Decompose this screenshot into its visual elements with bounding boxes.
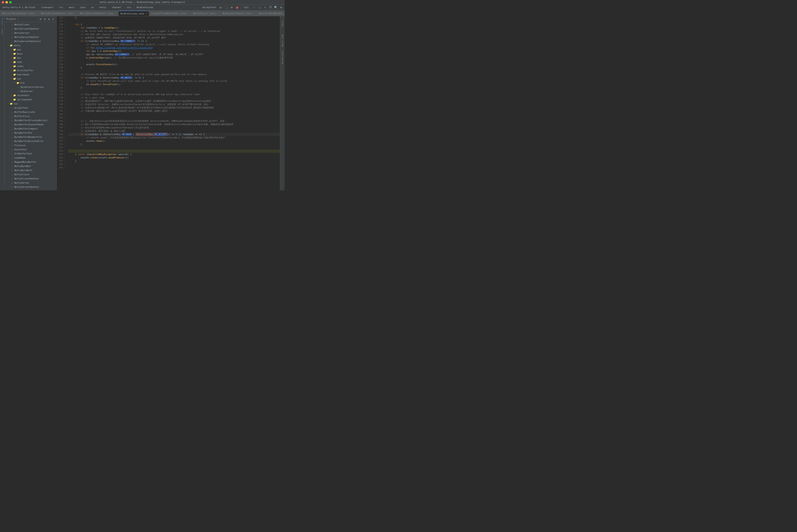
- breadcrumb-netty[interactable]: netty: [98, 6, 107, 9]
- project-name[interactable]: netty-netty-4.1.38.Final: [1, 6, 37, 9]
- tree-item-nettybytebuf2[interactable]: ☕NettyByteBuf2: [4, 168, 56, 172]
- tree-item-chat[interactable]: ▸ 📁chat: [4, 60, 56, 64]
- tree-item-codec[interactable]: ▸ 📁codec: [4, 64, 56, 68]
- search-button[interactable]: 🔍: [274, 5, 278, 10]
- tree-item-nettyserverhandler2a[interactable]: ☕NettyServerHandler: [4, 185, 56, 189]
- run-button[interactable]: ▶: [219, 5, 223, 10]
- window-controls[interactable]: [2, 1, 12, 3]
- commit-icon[interactable]: Commit: [0, 27, 4, 36]
- minimize-button[interactable]: [5, 1, 8, 3]
- tree-item-nio-sub[interactable]: ▾ 📁nio: [4, 77, 56, 81]
- tree-item-netty[interactable]: ▾ 📁netty: [4, 43, 56, 48]
- breadcrumb-src[interactable]: src: [58, 6, 65, 9]
- tree-item-nettyclienthandler2[interactable]: ☕NettyClientHandler: [4, 176, 56, 180]
- tab-close-niosocketchannel[interactable]: ×: [253, 12, 254, 15]
- sync-icon[interactable]: ⟳: [39, 18, 42, 21]
- code-lines[interactable]: 714 } 715 716 try { 717 int: [57, 16, 280, 190]
- tree-item-bufferduplicate[interactable]: ☕BufferDuplicate: [4, 110, 56, 114]
- tree-item-leakdemo[interactable]: ☕LeakDemo: [4, 156, 56, 160]
- tree-item-intbuffertest[interactable]: ☕IntBufferTest: [4, 152, 56, 156]
- breadcrumb-nio[interactable]: nio: [126, 6, 132, 9]
- stop-button[interactable]: ■: [235, 5, 239, 10]
- sidebar-dropdown[interactable]: ▾: [17, 18, 18, 20]
- tree-item-heartbeat[interactable]: ▸ 📁heartbeat: [4, 72, 56, 77]
- tab-nettyserverhandler[interactable]: NettyServerHandler.java ×: [39, 11, 78, 16]
- tree-item-bytebufferallocatedirect[interactable]: ☕ByteBufferAllocateDirect: [4, 118, 56, 122]
- tree-item-aio[interactable]: ▸ 📁aio: [4, 48, 56, 52]
- tab-abstractniochannel[interactable]: AbstractNioChannel.java ×: [0, 11, 39, 16]
- tab-nettyserver[interactable]: NettyServer.java ×: [191, 11, 220, 16]
- tree-item-directbuffer[interactable]: ▸ 📁directbuffer: [4, 68, 56, 72]
- tree-item-bufferslice[interactable]: ☕BufferSlice: [4, 114, 56, 118]
- gear-icon[interactable]: ⚙: [47, 18, 51, 21]
- tab-close-singlethreadexecutor[interactable]: ×: [187, 12, 189, 15]
- tab-niosocketchannel[interactable]: NioSocketChannel.java ×: [220, 11, 257, 16]
- tree-item-bytebufferput[interactable]: ☕ByteBufferPut: [4, 131, 56, 135]
- breadcrumb-channel[interactable]: channel: [110, 6, 123, 9]
- tree-item-guesstest[interactable]: ☕GuessTest: [4, 147, 56, 152]
- git-push[interactable]: ↑: [263, 5, 267, 10]
- tree-item-old[interactable]: ▾ 📁old: [4, 81, 56, 85]
- tab-abstractniobytechannel[interactable]: AbstractNioByteCh... ×: [257, 11, 285, 16]
- java-icon: ☕: [11, 140, 14, 142]
- tab-nettyserverhandler2[interactable]: NettyServerHandler2.java ×: [78, 11, 119, 16]
- restservices-tab[interactable]: RestServices: [280, 51, 285, 64]
- tab-close-nettyserver[interactable]: ×: [217, 12, 218, 15]
- tree-item-filelock[interactable]: ☕FileLock: [4, 143, 56, 147]
- tab-singlethreadexecutor[interactable]: SingleThreadExecutor.java ×: [149, 11, 191, 16]
- settings-button[interactable]: ⚙: [279, 5, 283, 10]
- run-config-label[interactable]: AcceptTest: [201, 6, 217, 9]
- breadcrumb-io[interactable]: io: [90, 6, 95, 9]
- current-file[interactable]: NioEventLoop: [135, 6, 155, 9]
- tree-item-nio-root[interactable]: ▾ 📁nio: [4, 101, 56, 106]
- tab-close-abstractniochannel[interactable]: ×: [35, 12, 37, 15]
- tree-item-nioselectorserver1[interactable]: ☕NioSelectorServer: [4, 85, 56, 89]
- java-icon: ☕: [11, 169, 14, 172]
- git-update[interactable]: ↓: [257, 5, 261, 10]
- collapse-all-icon[interactable]: ≡: [43, 18, 47, 21]
- run-coverage-button[interactable]: ⚙: [230, 5, 234, 10]
- java-icon: ☕: [11, 148, 14, 151]
- close-button[interactable]: [2, 1, 4, 3]
- tree-item-bytebuffercompact[interactable]: ☕ByteBufferCompact: [4, 127, 56, 131]
- tree-item-base[interactable]: ▸ 📁base: [4, 52, 56, 56]
- tree-item-nettyclient1[interactable]: ☕NettyClient: [4, 22, 56, 27]
- tab-close-nettyserverhandler[interactable]: ×: [75, 12, 76, 15]
- tree-item-bytebufferwritetofile[interactable]: ☕ByteBufferWriteToFile: [4, 139, 56, 143]
- tree-item-nettybytebuf[interactable]: ☕NettyByteBuf: [4, 164, 56, 168]
- tree-item-reconnect[interactable]: ▸ 📁reconnect: [4, 93, 56, 97]
- project-icon[interactable]: Project: [0, 17, 4, 27]
- maven-tab[interactable]: Maven: [280, 17, 285, 30]
- tree-item-nettyserver1[interactable]: ☕NettyServer: [4, 31, 56, 35]
- tree-content: ☕NettyClient ☕NettyClientHandler ☕NettyS…: [4, 22, 56, 190]
- debug-button[interactable]: ⬛: [224, 5, 229, 10]
- breadcrumb-main[interactable]: main: [68, 6, 76, 9]
- tree-item-nettyserver2[interactable]: ☕NettyServer: [4, 180, 56, 185]
- tree-item-bytebufferreaderfile[interactable]: ☕ByteBufferReaderFile: [4, 135, 56, 139]
- tree-item-splitpacket[interactable]: ▸ 📁splitpacket: [4, 97, 56, 101]
- tree-item-nettyserverhandler22[interactable]: ☕NettyServerHandler2: [4, 189, 56, 190]
- mystic-tab[interactable]: Mystic Side: [280, 34, 285, 46]
- hide-icon[interactable]: ×: [52, 18, 55, 21]
- tree-item-nettyclient2[interactable]: ☕NettyClient: [4, 172, 56, 176]
- tree-item-nettyserverhandler1[interactable]: ☕NettyServerHandler: [4, 35, 56, 39]
- tab-nioeventloop[interactable]: NioEventLoop.java ×: [119, 11, 149, 16]
- git-history[interactable]: ⏱: [268, 5, 272, 10]
- breadcrumb-transport[interactable]: transport: [40, 6, 55, 9]
- tab-close-nioeventloop[interactable]: ×: [146, 13, 147, 15]
- tree-item-bio[interactable]: ▸ 📁bio: [4, 56, 56, 60]
- breadcrumb-java[interactable]: java: [78, 6, 87, 9]
- tree-item-accepttest[interactable]: ☕AcceptTest: [4, 106, 56, 110]
- tree-item-nioserver[interactable]: ☕NioServer: [4, 89, 56, 93]
- tree-item-bytebufferchannelread[interactable]: ☕ByteBufferChannelRead: [4, 122, 56, 127]
- code-line-732: 732 if ((readyOps & SelectionKey.OP_WRIT…: [57, 76, 280, 79]
- tree-item-nettyserverhandler21[interactable]: ☕NettyServerHandler2: [4, 39, 56, 43]
- sidebar-header: Project ▾ ⟳ ≡ ⚙ ×: [4, 16, 56, 22]
- tree-item-nettyclienthandler1[interactable]: ☕NettyClientHandler: [4, 27, 56, 31]
- tab-close-nettyserverhandler2[interactable]: ×: [115, 12, 116, 15]
- maximize-button[interactable]: [9, 1, 12, 3]
- code-line-748: 748 // 处理读请求（断开连接）或 接收入连接: [57, 130, 280, 133]
- git-checkmark[interactable]: ✓: [252, 5, 256, 10]
- git-label[interactable]: Git:: [243, 6, 251, 9]
- tree-item-mappedbytebuffer[interactable]: ☕MappedByteBuffer: [4, 160, 56, 164]
